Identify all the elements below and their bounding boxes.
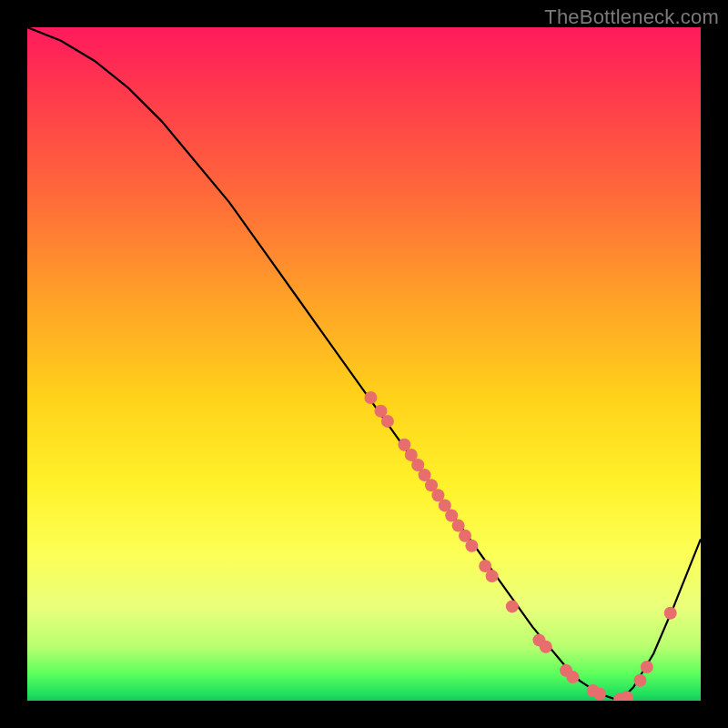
data-point [540, 641, 552, 653]
chart-svg [27, 27, 701, 701]
data-point [364, 391, 377, 404]
data-point [593, 688, 606, 701]
data-point [633, 674, 646, 687]
data-point [641, 661, 653, 673]
plot-area [27, 27, 701, 701]
data-point [621, 691, 633, 701]
data-point [486, 570, 499, 582]
bottleneck-curve [27, 27, 701, 701]
data-point [664, 607, 677, 620]
data-point [381, 415, 394, 428]
data-point [465, 540, 478, 552]
chart-frame: TheBottleneck.com [0, 0, 728, 728]
data-points [364, 391, 676, 701]
data-point [506, 600, 519, 612]
data-point [566, 671, 579, 683]
watermark-text: TheBottleneck.com [544, 5, 719, 29]
